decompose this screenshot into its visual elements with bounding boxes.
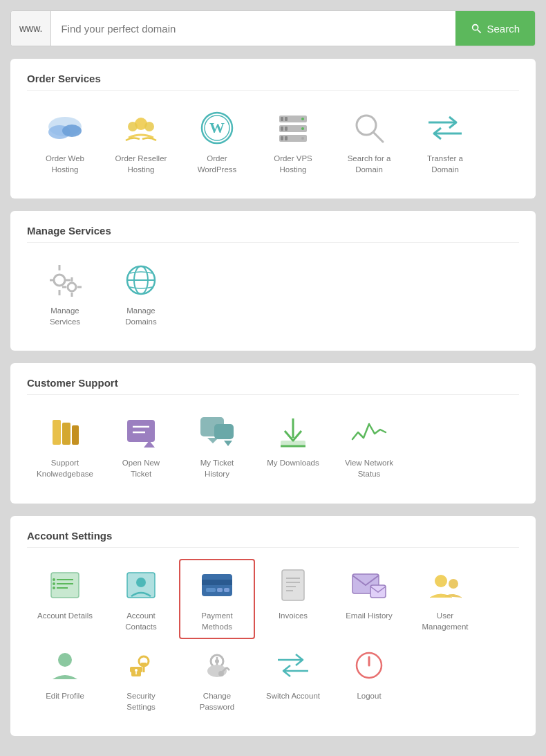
svg-point-58: [53, 578, 55, 581]
email-history-item[interactable]: Email History: [331, 559, 407, 639]
account-details-icon: [46, 566, 84, 605]
order-web-hosting-item[interactable]: Order WebHosting: [27, 102, 103, 182]
search-domain-icon: [350, 109, 388, 147]
switch-account-item[interactable]: Switch Account: [255, 639, 331, 719]
manage-domains-label: ManageDomains: [125, 305, 156, 327]
svg-point-75: [435, 575, 447, 587]
security-settings-icon: [122, 646, 160, 685]
account-details-item[interactable]: Account Details: [27, 559, 103, 639]
payment-methods-icon: [198, 566, 236, 605]
open-new-ticket-item[interactable]: Open NewTicket: [103, 406, 179, 486]
svg-rect-74: [370, 585, 386, 598]
customer-support-grid: SupportKnolwedgebase Open NewTicket: [27, 406, 519, 486]
account-contacts-item[interactable]: AccountContacts: [103, 559, 179, 639]
svg-rect-13: [285, 117, 288, 121]
svg-point-32: [68, 283, 76, 291]
manage-services-grid: ManageServices ManageDomains: [27, 254, 519, 334]
svg-rect-18: [301, 127, 304, 130]
svg-point-77: [58, 653, 72, 667]
support-knowledgebase-label: SupportKnolwedgebase: [37, 457, 93, 479]
user-management-item[interactable]: UserManagement: [407, 559, 483, 639]
svg-line-24: [373, 132, 383, 142]
search-domain-item[interactable]: Search for aDomain: [331, 102, 407, 182]
security-settings-label: SecuritySettings: [126, 690, 156, 712]
svg-line-1: [478, 30, 481, 33]
svg-point-7: [144, 122, 154, 131]
svg-rect-16: [281, 127, 283, 131]
svg-rect-12: [281, 117, 283, 121]
account-settings-title: Account Settings: [27, 530, 519, 548]
manage-domains-icon: [122, 261, 160, 299]
manage-services-title: Manage Services: [27, 225, 519, 243]
svg-rect-20: [281, 136, 283, 140]
svg-point-27: [54, 275, 65, 286]
search-icon: [471, 23, 482, 34]
edit-profile-label: Edit Profile: [46, 690, 84, 701]
manage-services-section: Manage Services ManageServices: [10, 211, 536, 351]
svg-rect-14: [301, 118, 304, 120]
account-contacts-label: AccountContacts: [125, 610, 156, 632]
manage-domains-item[interactable]: ManageDomains: [103, 254, 179, 334]
payment-methods-label: PaymentMethods: [201, 610, 232, 632]
order-services-title: Order Services: [27, 73, 519, 91]
logout-item[interactable]: Logout: [331, 639, 407, 719]
svg-rect-66: [217, 588, 223, 592]
user-management-label: UserManagement: [422, 610, 468, 632]
svg-point-60: [53, 587, 55, 589]
invoices-icon: [274, 566, 312, 605]
invoices-label: Invoices: [279, 610, 308, 621]
svg-rect-41: [62, 423, 70, 445]
order-wordpress-label: OrderWordPress: [198, 153, 237, 175]
svg-rect-21: [285, 136, 288, 140]
view-network-status-item[interactable]: View NetworkStatus: [331, 406, 407, 486]
order-wordpress-item[interactable]: W OrderWordPress: [179, 102, 255, 182]
edit-profile-item[interactable]: Edit Profile: [27, 639, 103, 719]
svg-text:W: W: [209, 119, 225, 136]
svg-rect-17: [285, 127, 288, 131]
email-history-icon: [350, 566, 388, 605]
account-settings-grid: Account Details AccountContacts: [27, 559, 519, 719]
my-downloads-item[interactable]: My Downloads: [255, 406, 331, 486]
svg-point-59: [53, 582, 55, 585]
logout-icon: [350, 646, 388, 685]
search-button-label: Search: [487, 23, 520, 35]
change-password-icon: [198, 646, 236, 685]
order-web-hosting-icon: [46, 109, 84, 147]
order-vps-hosting-icon: [274, 109, 312, 147]
order-reseller-hosting-item[interactable]: Order ResellerHosting: [103, 102, 179, 182]
account-details-label: Account Details: [37, 610, 93, 621]
security-settings-item[interactable]: SecuritySettings: [103, 639, 179, 719]
transfer-domain-item[interactable]: Transfer aDomain: [407, 102, 483, 182]
change-password-label: ChangePassword: [200, 690, 235, 712]
my-downloads-icon: [274, 413, 312, 452]
svg-line-92: [227, 667, 229, 670]
my-ticket-history-icon: [198, 413, 236, 452]
user-management-icon: [426, 566, 464, 605]
svg-rect-54: [51, 573, 79, 598]
my-ticket-history-item[interactable]: My TicketHistory: [179, 406, 255, 486]
support-knowledgebase-item[interactable]: SupportKnolwedgebase: [27, 406, 103, 486]
domain-search-input[interactable]: [51, 11, 455, 46]
svg-rect-68: [282, 570, 304, 600]
www-prefix: www.: [11, 11, 51, 46]
svg-rect-67: [224, 588, 229, 592]
domain-search-button[interactable]: Search: [455, 11, 535, 46]
support-knowledgebase-icon: [46, 413, 84, 452]
transfer-domain-label: Transfer aDomain: [427, 153, 463, 175]
svg-marker-50: [224, 441, 232, 446]
manage-services-icon: [46, 261, 84, 299]
my-ticket-history-label: My TicketHistory: [200, 457, 234, 479]
switch-account-label: Switch Account: [266, 690, 320, 701]
svg-rect-22: [301, 137, 304, 140]
manage-services-item[interactable]: ManageServices: [27, 254, 103, 334]
open-new-ticket-label: Open NewTicket: [122, 457, 160, 479]
edit-profile-icon: [46, 646, 84, 685]
logout-label: Logout: [357, 690, 381, 701]
order-vps-hosting-label: Order VPSHosting: [274, 153, 312, 175]
change-password-item[interactable]: ChangePassword: [179, 639, 255, 719]
view-network-status-icon: [350, 413, 388, 452]
email-history-label: Email History: [346, 610, 393, 621]
invoices-item[interactable]: Invoices: [255, 559, 331, 639]
order-vps-hosting-item[interactable]: Order VPSHosting: [255, 102, 331, 182]
payment-methods-item[interactable]: PaymentMethods: [179, 559, 255, 639]
